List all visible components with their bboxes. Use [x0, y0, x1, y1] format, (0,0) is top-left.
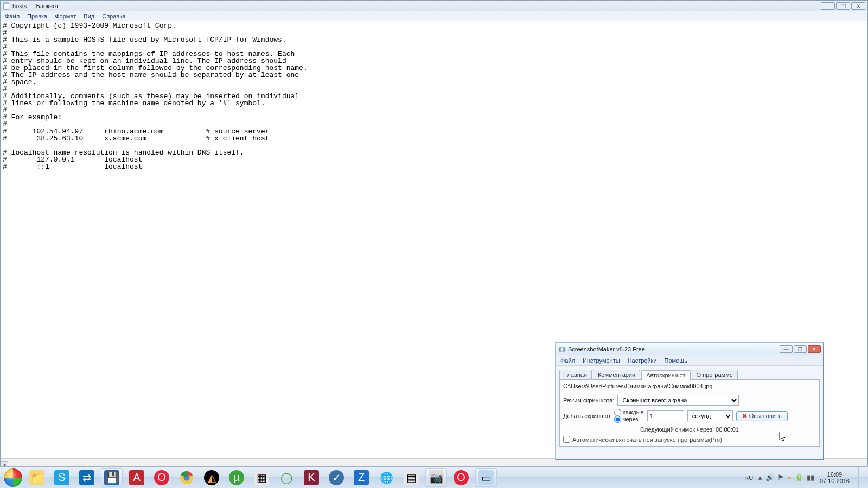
dlg-menu-settings[interactable]: Настройки — [628, 357, 657, 364]
autorun-input[interactable] — [563, 436, 570, 443]
tray-date: 07.10.2016 — [820, 478, 850, 484]
stop-button[interactable]: ✖Остановить — [736, 411, 788, 421]
next-shot-label: Следующий снимок через: 00:00:01 — [563, 426, 816, 433]
taskbar-k-app[interactable]: K — [301, 468, 322, 487]
taskbar-opera[interactable]: O — [151, 468, 173, 487]
notepad-titlebar[interactable]: hosts — Блокнот — ❐ ✕ — [1, 1, 867, 11]
taskbar-screenshotmaker[interactable]: 📷 — [425, 468, 447, 487]
show-desktop-button[interactable] — [858, 467, 864, 488]
taskbar-explorer[interactable]: 📁 — [26, 468, 48, 487]
menu-view[interactable]: Вид — [84, 13, 94, 20]
dlg-menu-file[interactable]: Файл — [560, 357, 575, 364]
tray-volume-icon[interactable]: 🔊 — [765, 473, 774, 481]
dlg-maximize-button[interactable]: ❐ — [794, 345, 807, 353]
start-button[interactable] — [2, 467, 24, 489]
tab-about[interactable]: О программе — [692, 370, 738, 379]
taskbar-aimp[interactable]: ◭ — [201, 468, 222, 487]
dlg-titlebar[interactable]: ScreenshotMaker v8.23 Free — ❐ ✕ — [556, 343, 823, 355]
tray-sync-icon[interactable]: ● — [787, 473, 792, 481]
tray-clock[interactable]: 16:09 07.10.2016 — [820, 471, 850, 484]
windows-orb-icon — [4, 468, 22, 487]
radio-every-input[interactable] — [614, 409, 621, 416]
tab-comments[interactable]: Комментарии — [593, 370, 640, 379]
interval-input[interactable] — [647, 410, 684, 421]
taskbar-zona[interactable]: Z — [350, 468, 372, 487]
camera-icon — [558, 345, 566, 353]
close-icon: ✖ — [742, 413, 747, 420]
taskbar-opera2[interactable]: O — [450, 468, 472, 487]
tray-show-hidden-icon[interactable]: ▴ — [758, 473, 762, 481]
taskbar-adobe-reader[interactable]: A — [126, 468, 148, 487]
taskbar-explorer-window[interactable]: ▭ — [475, 468, 497, 487]
svg-rect-1 — [4, 3, 9, 4]
tray-power-icon[interactable]: 🔋 — [795, 473, 803, 481]
dlg-minimize-button[interactable]: — — [780, 345, 793, 353]
tab-main[interactable]: Главная — [559, 370, 592, 379]
notepad-menubar: Файл Правка Формат Вид Справка — [1, 11, 867, 21]
menu-file[interactable]: Файл — [5, 13, 20, 20]
taskbar-globe[interactable]: 🌐 — [375, 468, 397, 487]
tray-network-icon[interactable]: ▮▮ — [807, 473, 814, 481]
radio-after-input[interactable] — [614, 416, 621, 423]
tray-flag-icon[interactable]: ⚑ — [777, 473, 784, 481]
taskbar: 📁 S ⇄ 💾 A O ◭ µ ▦ ◯ K ✓ Z 🌐 ▤ 📷 O ▭ RU ▴… — [0, 466, 868, 488]
tray-time: 16:09 — [820, 471, 850, 478]
menu-format[interactable]: Формат — [55, 13, 76, 20]
taskbar-vkontakte[interactable]: ✓ — [326, 468, 347, 487]
taskbar-teamviewer[interactable]: ⇄ — [76, 468, 98, 487]
screenshotmaker-window: ScreenshotMaker v8.23 Free — ❐ ✕ Файл Ин… — [556, 343, 824, 460]
maximize-button[interactable]: ❐ — [836, 2, 850, 10]
taskbar-skype[interactable]: S — [51, 468, 73, 487]
notepad-icon — [3, 2, 10, 10]
unit-select[interactable]: секунд — [687, 410, 733, 421]
menu-edit[interactable]: Правка — [27, 13, 47, 20]
minimize-button[interactable]: — — [821, 2, 835, 10]
dlg-panel: C:\Users\User\Pictures\Снимки экрана\Сни… — [559, 379, 820, 447]
mode-label: Режим скриншота: — [563, 397, 614, 403]
taskbar-calendar[interactable]: ▦ — [251, 468, 272, 487]
radio-after[interactable]: через — [614, 416, 644, 423]
menu-help[interactable]: Справка — [102, 13, 125, 20]
dlg-menu-tools[interactable]: Инструменты — [583, 357, 620, 364]
mode-select[interactable]: Скриншот всего экрана — [617, 395, 739, 406]
notepad-content[interactable]: # Copyright (c) 1993-2009 Microsoft Corp… — [3, 22, 865, 170]
make-label: Делать скриншот — [563, 413, 611, 419]
taskbar-items: 📁 S ⇄ 💾 A O ◭ µ ▦ ◯ K ✓ Z 🌐 ▤ 📷 O ▭ — [26, 468, 497, 487]
dlg-menu-help[interactable]: Помощь — [665, 357, 688, 364]
notepad-title: hosts — Блокнот — [12, 3, 59, 9]
taskbar-chrome[interactable] — [176, 468, 197, 487]
tray-language[interactable]: RU — [744, 474, 753, 481]
taskbar-green-app[interactable]: ◯ — [276, 468, 297, 487]
output-path: C:\Users\User\Pictures\Снимки экрана\Сни… — [563, 383, 816, 391]
svg-point-3 — [560, 348, 563, 350]
tab-autoscreenshot[interactable]: Автоскриншот — [641, 370, 690, 380]
dlg-title: ScreenshotMaker v8.23 Free — [568, 346, 645, 352]
autorun-checkbox[interactable]: Автоматически включать при запуске прогр… — [563, 436, 816, 443]
taskbar-window-list[interactable]: ▤ — [400, 468, 422, 487]
dlg-tabs: Главная Комментарии Автоскриншот О прогр… — [556, 367, 823, 379]
taskbar-utorrent[interactable]: µ — [226, 468, 247, 487]
taskbar-notepad[interactable]: 💾 — [101, 468, 123, 487]
dlg-close-button[interactable]: ✕ — [808, 345, 821, 353]
system-tray: RU ▴ 🔊 ⚑ ● 🔋 ▮▮ 16:09 07.10.2016 — [744, 467, 866, 488]
dlg-menubar: Файл Инструменты Настройки Помощь — [556, 355, 823, 366]
close-button[interactable]: ✕ — [851, 2, 865, 10]
radio-every[interactable]: каждые — [614, 409, 644, 416]
